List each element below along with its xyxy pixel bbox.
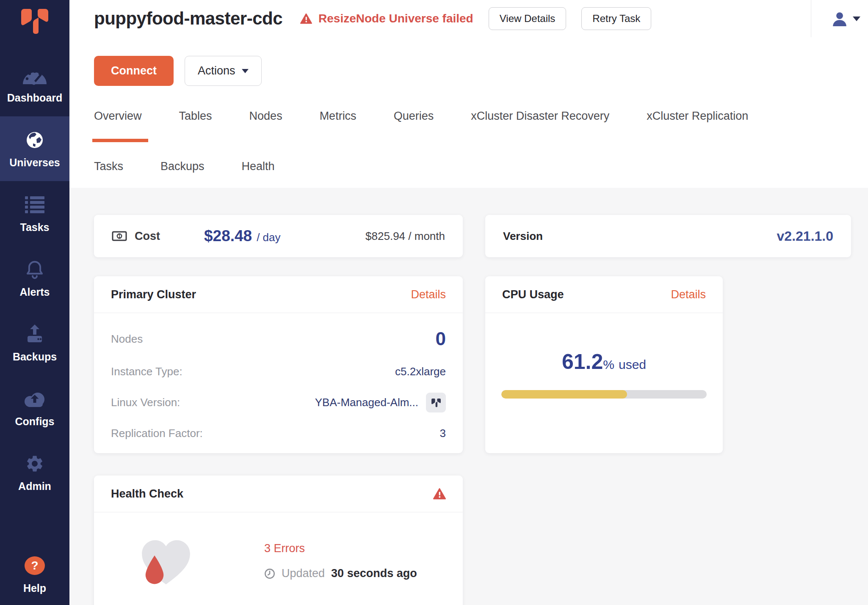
yugabyte-logo-icon [19,8,51,35]
cost-label: Cost [135,230,160,243]
clock-icon [264,568,275,579]
sidebar-item-help[interactable]: ? Help [0,547,69,602]
cpu-usage-header: CPU Usage Details [485,276,723,313]
sidebar-item-backups[interactable]: Backups [0,311,69,375]
cpu-usage-title: CPU Usage [502,288,564,301]
sidebar-item-dashboard[interactable]: Dashboard [0,52,69,116]
sidebar-item-label: Universes [9,157,60,169]
primary-cluster-body: Nodes 0 Instance Type: c5.2xlarge Linux … [94,313,463,449]
cpu-usage-body: 61.2 % used [485,313,723,399]
yugabyte-logo[interactable] [0,0,69,52]
cpu-usage-value: 61.2 [562,349,603,374]
backup-upload-icon [25,323,45,345]
cost-daily-unit: / day [257,231,280,244]
tab-xcluster-replication[interactable]: xCluster Replication [647,110,748,142]
sidebar: Dashboard Universes [0,0,69,605]
task-error-text: ResizeNode Universe failed [318,12,473,25]
tab-health[interactable]: Health [242,160,275,173]
tab-nodes[interactable]: Nodes [249,110,282,142]
sidebar-item-tasks[interactable]: Tasks [0,181,69,246]
cluster-row-value: 3 [440,427,446,440]
user-avatar-icon [832,11,848,26]
tab-backups[interactable]: Backups [160,160,205,173]
tab-queries[interactable]: Queries [394,110,434,142]
cluster-row-instance-type: Instance Type: c5.2xlarge [111,356,446,387]
warning-triangle-icon [300,13,312,24]
universe-title: puppyfood-master-cdc [94,8,282,29]
primary-cluster-header: Primary Cluster Details [94,276,463,313]
money-bill-icon: 1 [112,231,127,241]
main-panel: puppyfood-master-cdc ResizeNode Universe… [69,0,868,605]
gear-icon [25,453,44,475]
cluster-row-replication-factor: Replication Factor: 3 [111,418,446,449]
cluster-row-label: Linux Version: [111,396,180,409]
health-updated-value: 30 seconds ago [331,567,417,580]
gauge-icon [22,64,47,86]
sidebar-item-label: Help [23,582,46,594]
task-list-icon [25,194,44,216]
cloud-upload-icon [23,388,47,410]
tab-xcluster-disaster-recovery[interactable]: xCluster Disaster Recovery [471,110,609,142]
health-updated-row: Updated 30 seconds ago [264,567,417,580]
sidebar-item-universes[interactable]: Universes [0,116,69,181]
health-heart-icon [138,537,194,600]
cpu-usage-value-group: 61.2 % used [562,349,646,374]
cluster-row-linux-version: Linux Version: YBA-Managed-Alm... [111,387,446,418]
bottom-cards-row: Health Check [94,476,851,605]
cluster-row-label: Instance Type: [111,365,182,378]
health-check-title: Health Check [111,487,183,500]
universe-actions-row: Connect Actions [69,56,868,86]
primary-cluster-card: Primary Cluster Details Nodes 0 Instance… [94,276,463,453]
sidebar-item-alerts[interactable]: Alerts [0,246,69,311]
bell-icon [24,258,45,280]
primary-cluster-title: Primary Cluster [111,288,196,301]
health-errors-link[interactable]: 3 Errors [264,542,417,555]
chevron-down-icon [242,69,249,73]
cpu-usage-details-link[interactable]: Details [671,288,706,301]
cost-daily-value: $28.48 [204,227,252,245]
actions-dropdown-button[interactable]: Actions [185,56,262,86]
blood-drop-icon [144,554,166,584]
cpu-usage-progress-bar [501,390,707,399]
top-cards-row: 1 Cost $28.48 / day $825.94 / month Vers… [94,215,851,257]
health-check-body: 3 Errors Updated 30 seconds ago [94,512,463,600]
health-check-header: Health Check [94,476,463,512]
cpu-usage-card: CPU Usage Details 61.2 % used [485,276,723,453]
middle-cards-row: Primary Cluster Details Nodes 0 Instance… [94,276,851,453]
help-icon: ? [25,555,45,577]
cluster-row-label: Replication Factor: [111,427,203,440]
cost-monthly-value: $825.94 / month [365,230,445,243]
tab-tables[interactable]: Tables [179,110,212,142]
cpu-usage-used-label: used [619,358,646,372]
cluster-row-label: Nodes [111,333,143,346]
chevron-down-icon [853,16,860,21]
sidebar-item-label: Dashboard [7,92,63,104]
tab-overview[interactable]: Overview [94,110,142,142]
cluster-row-value: 0 [436,328,446,349]
connect-button[interactable]: Connect [94,56,174,86]
app-window: Dashboard Universes [0,0,868,605]
sidebar-item-admin[interactable]: Admin [0,440,69,505]
cluster-row-nodes: Nodes 0 [111,322,446,356]
user-menu[interactable] [811,0,868,37]
cluster-row-value: YBA-Managed-Alm... [315,393,446,412]
task-error-banner: ResizeNode Universe failed [300,12,473,25]
retry-task-button[interactable]: Retry Task [581,7,651,30]
cost-label-group: 1 Cost [112,230,160,243]
health-updated-label: Updated [282,567,325,580]
health-check-info: 3 Errors Updated 30 seconds ago [264,537,417,580]
view-details-button[interactable]: View Details [489,7,567,30]
overview-content: 1 Cost $28.48 / day $825.94 / month Vers… [69,188,868,605]
sidebar-item-configs[interactable]: Configs [0,375,69,440]
sidebar-item-label: Alerts [20,286,50,298]
version-label: Version [503,230,543,243]
primary-cluster-details-link[interactable]: Details [411,288,446,301]
version-value: v2.21.1.0 [777,228,833,244]
tab-tasks[interactable]: Tasks [94,160,123,173]
sidebar-item-label: Configs [15,415,54,428]
sidebar-item-label: Backups [13,351,57,363]
svg-text:1: 1 [118,234,121,239]
warning-triangle-icon [433,488,446,500]
cpu-usage-percent-sign: % [603,358,614,372]
tab-metrics[interactable]: Metrics [320,110,357,142]
